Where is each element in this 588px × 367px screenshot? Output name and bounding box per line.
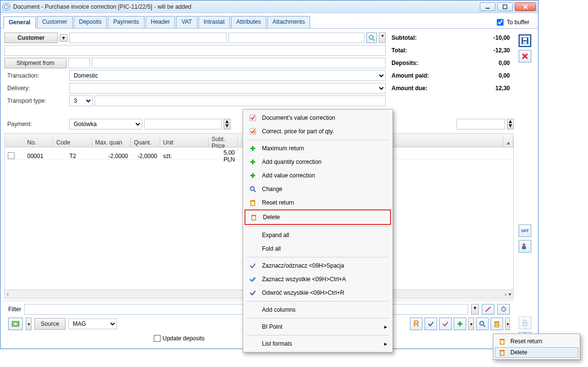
tab-general[interactable]: General [3, 16, 36, 29]
days-stepper[interactable]: ▲▼ [224, 119, 230, 129]
search-icon [248, 185, 257, 193]
check-invert-icon [248, 288, 257, 297]
mi-change[interactable]: Change [245, 182, 391, 196]
person-button[interactable] [519, 240, 531, 253]
customer-search-button[interactable] [366, 32, 377, 43]
check-button[interactable] [425, 318, 437, 330]
svg-line-39 [254, 190, 256, 192]
mi-price-part[interactable]: Correct. price for part of qty. [245, 125, 391, 138]
lock-button[interactable] [519, 317, 531, 329]
mi-odwroc[interactable]: Odwróć wszystkie <09H>Ctrl+R [245, 286, 391, 300]
filter-edit-button[interactable] [482, 304, 494, 315]
filter-tools-button[interactable] [497, 304, 510, 315]
close-button[interactable] [515, 2, 536, 11]
tab-deposits[interactable]: Deposits [74, 16, 107, 28]
submenu-arrow-icon: ▸ [384, 323, 387, 330]
tab-customer[interactable]: Customer [37, 16, 73, 28]
money-icon-button[interactable] [8, 318, 23, 330]
vat-button[interactable]: VAT [519, 224, 531, 237]
subtotal-label: Subtotal: [392, 34, 417, 41]
mi-reset[interactable]: Reset return [245, 196, 391, 209]
check-red-button[interactable] [439, 318, 452, 330]
transport-desc-input [95, 96, 386, 106]
col-unit[interactable]: Unit [160, 137, 209, 148]
source-button[interactable]: Source [34, 318, 65, 330]
svg-rect-27 [522, 246, 526, 249]
date-stepper[interactable]: ▲▼ [507, 119, 514, 129]
transport-label: Transport type: [4, 96, 67, 106]
customer-dropdown-button[interactable]: ▾ [60, 34, 67, 42]
svg-line-15 [483, 325, 485, 327]
total-label: Total: [392, 47, 407, 54]
delete-row-button[interactable] [490, 318, 503, 330]
search-button[interactable] [476, 318, 489, 330]
scroll-up-button[interactable]: ▴ [504, 137, 513, 148]
trash-icon [499, 338, 506, 345]
save-button[interactable] [519, 34, 531, 47]
source-select[interactable]: MAG [68, 319, 117, 329]
update-deposits-checkbox[interactable] [154, 335, 161, 342]
deposits-label: Deposits: [392, 60, 418, 66]
transport-code-select[interactable]: 3 [69, 96, 93, 106]
svg-point-38 [250, 187, 254, 191]
r-button[interactable]: R [410, 318, 423, 330]
payment-days-input[interactable] [144, 119, 222, 129]
payment-method-select[interactable]: Gotówka [69, 119, 142, 129]
mi-add-val[interactable]: Add value correction [245, 169, 391, 182]
mi-fold-all[interactable]: Fold all [245, 242, 391, 255]
tab-intrastat[interactable]: Intrastat [198, 16, 230, 28]
transaction-select[interactable]: Domestic [69, 70, 386, 81]
col-maxq[interactable]: Max. quan [92, 137, 131, 148]
money-dropdown[interactable]: ▾ [26, 318, 32, 330]
col-no[interactable]: No. [24, 137, 53, 148]
delivery-select[interactable] [69, 83, 386, 94]
mi-zaznacz[interactable]: Zaznacz/odznacz <09H>Spacja [245, 259, 391, 272]
mi-zaznacz-all[interactable]: Zaznacz wszystkie <09H>Ctrl+A [245, 272, 391, 286]
mini-delete[interactable]: Delete [495, 347, 578, 358]
mi-doc-value-correction[interactable]: Document's value correction [245, 111, 391, 125]
delete-dropdown[interactable]: ▾ [505, 318, 510, 330]
maximize-button[interactable] [497, 2, 513, 11]
mi-add-columns[interactable]: Add columns [245, 303, 391, 317]
tab-attachments[interactable]: Attachments [267, 16, 310, 28]
tab-vat[interactable]: VAT [176, 16, 197, 28]
mi-add-qty[interactable]: Add quantity correction [245, 155, 391, 169]
tab-attributes[interactable]: Attributes [231, 16, 266, 28]
due-value: 12,30 [495, 85, 510, 92]
col-quant[interactable]: Quant. [131, 137, 160, 148]
window-title: Document - Purchase invoice correction [… [13, 3, 192, 10]
mi-delete[interactable]: Delete [245, 209, 391, 225]
customer-city-input[interactable] [229, 32, 364, 43]
svg-point-14 [480, 321, 484, 325]
customer-code-input[interactable] [69, 32, 227, 43]
mi-max-return[interactable]: Maximum return [245, 142, 391, 155]
customer-name-input[interactable] [4, 45, 386, 56]
svg-point-11 [15, 323, 17, 325]
shipment-from-button[interactable]: Shipment from [4, 58, 66, 68]
row-checkbox[interactable] [8, 152, 15, 159]
customer-button[interactable]: Customer [4, 32, 58, 43]
ship-code-input[interactable] [68, 58, 90, 68]
mi-expand-all[interactable]: Expand all [245, 228, 391, 242]
col-code[interactable]: Code [53, 137, 92, 148]
minimize-button[interactable] [480, 2, 495, 11]
cancel-button[interactable] [519, 50, 531, 63]
to-buffer-checkbox[interactable] [497, 19, 504, 26]
to-buffer-label: To buffer [507, 19, 529, 26]
tab-header[interactable]: Header [146, 16, 175, 28]
tab-payments[interactable]: Payments [108, 16, 144, 28]
mi-list-formats[interactable]: List formats▸ [245, 337, 391, 351]
mi-bi-point[interactable]: BI Point▸ [245, 320, 391, 334]
svg-rect-22 [523, 38, 527, 40]
add-button[interactable] [454, 318, 466, 330]
update-deposits-label: Update deposits [163, 335, 205, 342]
plus-icon [248, 158, 257, 166]
customer-search-dropdown[interactable]: ▾ [379, 32, 386, 43]
payment-date-input[interactable] [457, 119, 505, 129]
mini-reset[interactable]: Reset return [495, 335, 578, 347]
check-blue-icon [248, 261, 257, 270]
ship-country-input[interactable] [92, 58, 386, 68]
add-dropdown[interactable]: ▾ [468, 318, 474, 330]
svg-rect-9 [503, 306, 504, 307]
filter-dropdown[interactable]: ▾ [471, 304, 479, 315]
